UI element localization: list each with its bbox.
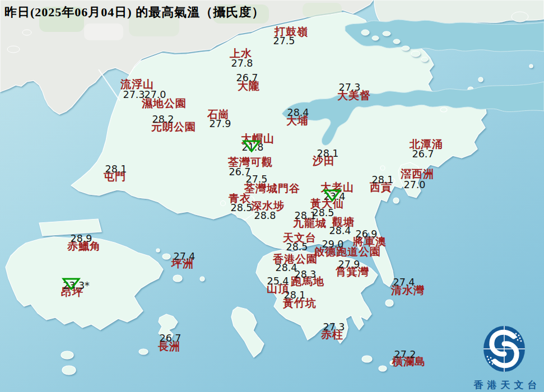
station-temperature: 28.8 — [254, 210, 276, 221]
hko-logo-icon — [458, 323, 544, 375]
station-temperature: 28.1 — [372, 174, 394, 185]
station-temperature: 28.1 — [105, 164, 127, 175]
station-temperature: 28.1 — [295, 210, 317, 221]
station-temperature: 26.7 — [412, 148, 434, 160]
station-temperature: 28.9 — [71, 233, 92, 244]
station-temperature: 27.0 — [145, 89, 166, 100]
hko-logo-chinese-name: 香港天文台 — [458, 379, 544, 391]
station-temperature: 27.4 — [393, 277, 415, 288]
station-temperature: 27.5 — [246, 174, 268, 185]
station-temperature: 28.4 — [287, 107, 309, 118]
station-temperature: 28.4 — [329, 225, 351, 236]
station-temperature: 27.3 — [323, 321, 345, 333]
station-temperature: 27.0 — [404, 179, 426, 190]
min-triangle-marker — [323, 189, 342, 202]
station-temperature: 26.9 — [356, 228, 378, 240]
station-temperature: 28.1 — [284, 290, 306, 301]
station-temperature: 27.5 — [273, 35, 295, 46]
station-temperature: 28.2 — [152, 114, 174, 125]
station-temperature: 28.5 — [286, 241, 308, 253]
station-temperature: 27.9 — [338, 259, 360, 270]
min-triangle-marker — [62, 277, 81, 291]
station-temperature: 27.9 — [210, 118, 231, 129]
station-temperature: 27.3 — [339, 82, 361, 93]
station-temperature: 26.7 — [160, 333, 182, 344]
station-temperature: 27.8 — [231, 58, 253, 69]
station-temperature: 28.5 — [231, 202, 253, 213]
station-temperature: 29.0 — [322, 239, 344, 250]
station-temperature: 26.7 — [236, 72, 258, 83]
station-temperature: 27.4 — [174, 251, 196, 262]
station-temperature: 25.4 — [267, 276, 289, 287]
station-temperature: 27.2 — [394, 349, 416, 360]
min-triangle-marker — [242, 139, 261, 153]
station-temperature: 28.1 — [317, 148, 339, 159]
hko-logo: 香港天文台 HONG KONG OBSERVATORY — [458, 323, 544, 392]
hko-max-temperature-map: 昨日(2025年06月04日) 的最高氣溫（攝氏度） 打鼓嶺27.5上水27.8… — [0, 0, 544, 392]
station-temperature: 28.3 — [295, 269, 317, 280]
map-title: 昨日(2025年06月04日) 的最高氣溫（攝氏度） — [4, 4, 264, 21]
